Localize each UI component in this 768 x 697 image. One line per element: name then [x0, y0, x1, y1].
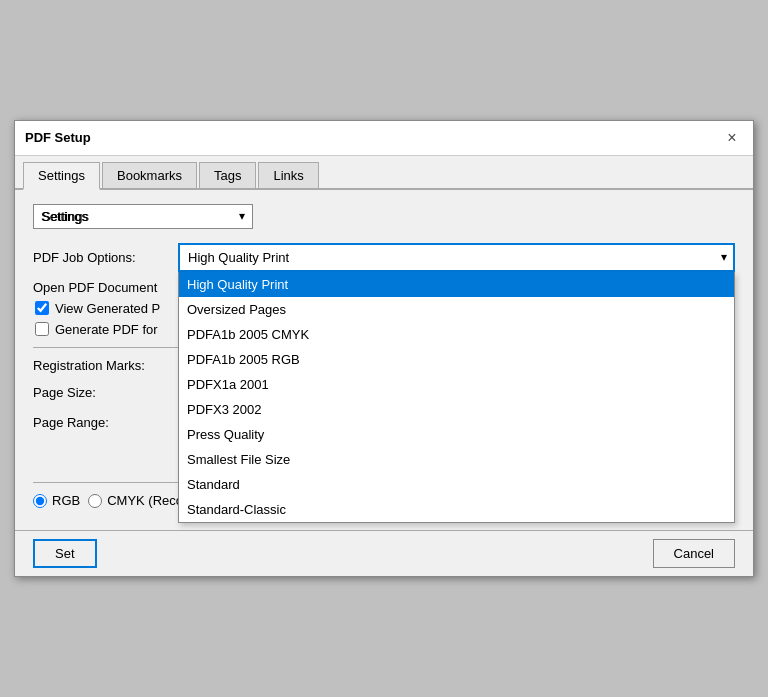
dropdown-item-6[interactable]: Press Quality	[179, 422, 734, 447]
tab-tags[interactable]: Tags	[199, 162, 256, 188]
rgb-label: RGB	[52, 493, 80, 508]
pdf-job-dropdown-list: High Quality Print Oversized Pages PDFA1…	[178, 272, 735, 523]
settings-select-wrapper[interactable]: Settings Settings	[33, 204, 253, 229]
page-size-label: Page Size:	[33, 385, 178, 400]
pdf-setup-dialog: PDF Setup × Settings Bookmarks Tags Link…	[14, 120, 754, 578]
generate-pdf-checkbox[interactable]	[35, 322, 49, 336]
rgb-radio[interactable]	[33, 494, 47, 508]
pdf-job-selected-value: High Quality Print	[188, 250, 289, 265]
rgb-radio-pair: RGB	[33, 493, 80, 508]
cmyk-radio[interactable]	[88, 494, 102, 508]
pdf-job-options-button[interactable]: High Quality Print ▾	[178, 243, 735, 272]
dropdown-item-8[interactable]: Standard	[179, 472, 734, 497]
pdf-job-options-row: PDF Job Options: High Quality Print ▾ Hi…	[33, 243, 735, 272]
tab-bookmarks[interactable]: Bookmarks	[102, 162, 197, 188]
dropdown-arrow-icon: ▾	[721, 250, 727, 264]
tab-links[interactable]: Links	[258, 162, 318, 188]
dropdown-item-3[interactable]: PDFA1b 2005 RGB	[179, 347, 734, 372]
dialog-footer: Set Cancel	[15, 530, 753, 576]
dropdown-item-2[interactable]: PDFA1b 2005 CMYK	[179, 322, 734, 347]
set-button[interactable]: Set	[33, 539, 97, 568]
page-range-label: Page Range:	[33, 412, 178, 430]
tab-bar: Settings Bookmarks Tags Links	[15, 156, 753, 190]
open-pdf-label: Open PDF Document	[33, 280, 178, 295]
view-generated-label: View Generated P	[55, 301, 160, 316]
pdf-job-dropdown-container: High Quality Print ▾ High Quality Print …	[178, 243, 735, 272]
close-button[interactable]: ×	[721, 127, 743, 149]
cancel-button[interactable]: Cancel	[653, 539, 735, 568]
view-generated-checkbox[interactable]	[35, 301, 49, 315]
dialog-title: PDF Setup	[25, 130, 91, 145]
generate-pdf-label: Generate PDF for	[55, 322, 158, 337]
registration-marks-label: Registration Marks:	[33, 358, 178, 373]
settings-select[interactable]: Settings	[33, 204, 253, 229]
settings-dropdown-row: Settings Settings	[33, 204, 735, 229]
dropdown-item-9[interactable]: Standard-Classic	[179, 497, 734, 522]
dropdown-item-4[interactable]: PDFX1a 2001	[179, 372, 734, 397]
dropdown-item-1[interactable]: Oversized Pages	[179, 297, 734, 322]
dialog-content: Settings Settings PDF Job Options: High …	[15, 190, 753, 531]
dropdown-item-5[interactable]: PDFX3 2002	[179, 397, 734, 422]
dropdown-item-0[interactable]: High Quality Print	[179, 272, 734, 297]
title-bar: PDF Setup ×	[15, 121, 753, 156]
dropdown-item-7[interactable]: Smallest File Size	[179, 447, 734, 472]
tab-settings[interactable]: Settings	[23, 162, 100, 190]
pdf-job-options-label: PDF Job Options:	[33, 250, 178, 265]
